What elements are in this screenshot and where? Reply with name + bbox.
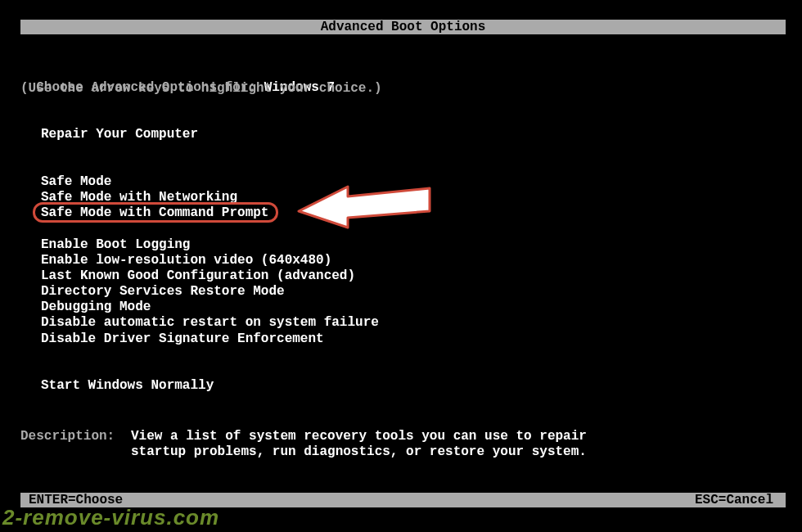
menu-safe-mode[interactable]: Safe Mode — [41, 174, 111, 189]
description-label: Description: — [20, 429, 115, 444]
menu-ds-restore[interactable]: Directory Services Restore Mode — [41, 284, 285, 299]
menu-disable-restart[interactable]: Disable automatic restart on system fail… — [41, 315, 379, 330]
menu-last-known-good[interactable]: Last Known Good Configuration (advanced) — [41, 268, 355, 283]
watermark: 2-remove-virus.com — [2, 505, 219, 530]
menu-debugging[interactable]: Debugging Mode — [41, 300, 151, 314]
title-bar: Advanced Boot Options — [20, 20, 786, 34]
footer-esc: ESC=Cancel — [695, 493, 773, 507]
menu-start-normally[interactable]: Start Windows Normally — [41, 378, 214, 393]
hint-line: (Use the arrow keys to highlight your ch… — [20, 81, 382, 96]
menu-repair-computer[interactable]: Repair Your Computer — [41, 127, 198, 142]
arrow-icon — [295, 172, 438, 229]
title-text: Advanced Boot Options — [321, 20, 486, 34]
selection-highlight — [33, 202, 278, 223]
description-line1: View a list of system recovery tools you… — [131, 429, 587, 444]
description-line2: startup problems, run diagnostics, or re… — [131, 444, 587, 459]
menu-low-res[interactable]: Enable low-resolution video (640x480) — [41, 253, 331, 268]
menu-disable-sig[interactable]: Disable Driver Signature Enforcement — [41, 331, 324, 346]
menu-boot-logging[interactable]: Enable Boot Logging — [41, 237, 190, 252]
